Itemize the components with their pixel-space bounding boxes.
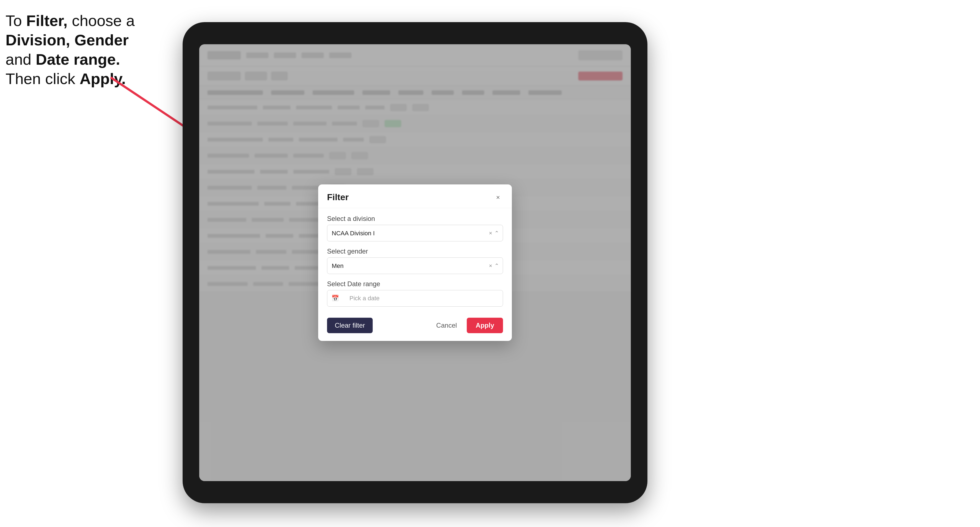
division-select-wrapper[interactable]: NCAA Division I × ⌃ — [327, 225, 503, 241]
modal-close-button[interactable]: × — [493, 192, 503, 202]
gender-select-wrapper[interactable]: Men × ⌃ — [327, 257, 503, 274]
instruction-filter-bold: Filter, — [26, 12, 67, 29]
date-input-wrapper[interactable]: 📅 Pick a date — [327, 290, 503, 306]
gender-form-group: Select gender Men × ⌃ — [327, 248, 503, 274]
filter-modal: Filter × Select a division NCAA Division… — [318, 184, 512, 341]
date-label: Select Date range — [327, 280, 503, 288]
instruction-panel: To Filter, choose a Division, Gender and… — [6, 11, 166, 89]
tablet-frame: Filter × Select a division NCAA Division… — [183, 22, 648, 503]
gender-select[interactable]: Men — [327, 257, 503, 274]
division-form-group: Select a division NCAA Division I × ⌃ — [327, 215, 503, 241]
instruction-division: Division, Gender — [6, 31, 129, 49]
modal-body: Select a division NCAA Division I × ⌃ — [318, 208, 512, 313]
instruction-and: and — [6, 51, 36, 68]
date-input[interactable]: Pick a date — [327, 290, 503, 306]
instruction-prefix: To — [6, 12, 26, 29]
instruction-then: Then click — [6, 70, 80, 87]
modal-title: Filter — [327, 192, 348, 202]
gender-label: Select gender — [327, 248, 503, 255]
instruction-daterange: Date range. — [36, 51, 120, 68]
date-form-group: Select Date range 📅 Pick a date — [327, 280, 503, 306]
division-select[interactable]: NCAA Division I — [327, 225, 503, 241]
calendar-icon: 📅 — [331, 295, 339, 302]
apply-button[interactable]: Apply — [467, 318, 503, 333]
cancel-button[interactable]: Cancel — [431, 318, 463, 333]
date-placeholder: Pick a date — [350, 295, 380, 302]
instruction-apply: Apply. — [80, 70, 126, 87]
modal-header: Filter × — [318, 184, 512, 208]
modal-overlay: Filter × Select a division NCAA Division… — [199, 44, 631, 481]
footer-right-actions: Cancel Apply — [431, 318, 503, 333]
clear-filter-button[interactable]: Clear filter — [327, 318, 373, 333]
modal-footer: Clear filter Cancel Apply — [318, 313, 512, 341]
division-label: Select a division — [327, 215, 503, 222]
tablet-screen: Filter × Select a division NCAA Division… — [199, 44, 631, 481]
